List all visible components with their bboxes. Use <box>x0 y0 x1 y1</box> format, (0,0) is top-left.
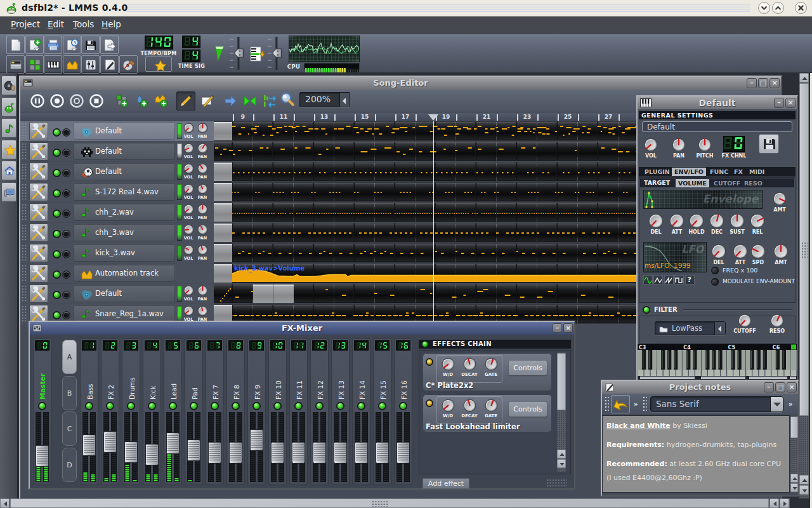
inst-pan-knob[interactable] <box>672 138 686 152</box>
inst-close-button[interactable]: × <box>785 98 796 108</box>
mixer-channel-2[interactable]: FX 2 <box>101 338 119 485</box>
toolbar-handle-2[interactable] <box>643 396 647 413</box>
channel-fader[interactable] <box>376 442 389 464</box>
mixer-channel-15[interactable]: FX 15 <box>373 338 391 485</box>
track-mute-led[interactable] <box>53 127 61 139</box>
sidebar-my-projects-button[interactable] <box>1 97 16 117</box>
notes-text-area[interactable]: Black and White by SkiessiRequirements: … <box>602 415 790 493</box>
filter-combo-arrow[interactable] <box>714 322 725 335</box>
env-del-knob[interactable] <box>648 213 664 229</box>
mixer-bank-a[interactable]: A <box>62 340 77 374</box>
inst-vol-knob[interactable] <box>644 138 658 152</box>
track-actions-button[interactable] <box>29 264 48 283</box>
lfo-shape-saw-button[interactable] <box>664 275 674 284</box>
effect-controls-button[interactable]: Controls <box>509 361 547 375</box>
track-actions-button[interactable] <box>29 122 48 140</box>
track-actions-button[interactable] <box>29 244 48 262</box>
jump-playhead-button[interactable] <box>221 91 240 110</box>
song-editor-titlebar[interactable]: Song-Editor – □ × <box>20 77 781 90</box>
track-mute-led[interactable] <box>53 147 61 159</box>
fx-mixer-titlebar[interactable]: FX-Mixer – × <box>30 322 574 335</box>
track-io-button[interactable] <box>260 91 279 110</box>
fx-scroll-thumb[interactable] <box>557 353 566 410</box>
effect-enable-led[interactable] <box>426 358 433 366</box>
track-name-box[interactable]: Snare_Reg_1a.wav <box>74 305 175 323</box>
tab-env-lfo[interactable]: ENV/LFO <box>672 168 706 176</box>
lfo-att-knob[interactable] <box>733 244 748 259</box>
env-dec-knob[interactable] <box>709 213 724 229</box>
whatsthis-button[interactable] <box>145 57 172 72</box>
channel-fader[interactable] <box>82 434 96 456</box>
menu-tools[interactable]: Tools <box>73 19 94 29</box>
hscroll-thumb[interactable] <box>10 498 769 508</box>
toolbar-overflow-1[interactable]: » <box>634 401 638 408</box>
env-rel-knob[interactable] <box>750 213 765 229</box>
track-grip[interactable] <box>22 224 27 241</box>
add-sample-track-button[interactable] <box>133 91 152 110</box>
effect-slot[interactable]: W/DDECAYGATEControlsC* Plate2x2 <box>422 353 552 391</box>
timesig-denominator[interactable] <box>182 50 200 62</box>
track-actions-button[interactable] <box>29 203 48 222</box>
mixer-channel-3[interactable]: Drums <box>122 338 140 485</box>
song-editor-toggle-button[interactable] <box>6 55 25 74</box>
track-solo-knob[interactable] <box>62 147 70 159</box>
lfo-shape-custom-button[interactable]: ? <box>685 275 695 284</box>
channel-led[interactable] <box>38 402 46 410</box>
instrument-titlebar[interactable]: Default – × <box>638 97 797 109</box>
fx-chnl-display[interactable] <box>723 136 745 152</box>
effect-slot[interactable]: W/DDECAYGATEControlsFast Lookahead limit… <box>422 394 552 432</box>
mixer-channel-4[interactable]: Kick <box>143 338 161 485</box>
track-grip[interactable] <box>22 163 27 180</box>
controller-rack-toggle-button[interactable] <box>119 55 138 74</box>
lfo-shape-triangle-button[interactable] <box>653 275 663 284</box>
edit-mode-button[interactable] <box>198 91 217 110</box>
mixer-bank-c[interactable]: C <box>62 411 77 446</box>
tab-plugin[interactable]: PLUGIN <box>642 168 672 176</box>
channel-led[interactable] <box>315 402 324 410</box>
lfo-shape-square-button[interactable] <box>674 275 684 284</box>
notes-scroll-up[interactable] <box>790 474 798 483</box>
workspace-hscrollbar[interactable] <box>0 498 812 508</box>
track-solo-knob[interactable] <box>62 188 70 200</box>
bb-editor-toggle-button[interactable] <box>25 55 44 74</box>
track-solo-knob[interactable] <box>62 127 70 139</box>
track-mute-led[interactable] <box>53 249 61 261</box>
record-button[interactable] <box>48 91 67 110</box>
track-mute-led[interactable] <box>53 168 61 180</box>
toolbar-overflow-2[interactable]: » <box>789 401 792 408</box>
channel-fader[interactable] <box>250 429 263 451</box>
track-grip[interactable] <box>22 305 27 323</box>
channel-fader[interactable] <box>103 431 117 453</box>
mx-minimize-button[interactable]: – <box>553 323 562 333</box>
menu-project[interactable]: Project <box>11 19 40 29</box>
se-close-button[interactable]: × <box>769 78 780 88</box>
master-volume-slider[interactable] <box>230 36 246 70</box>
mixer-bank-b[interactable]: B <box>62 376 77 410</box>
filter-cutoff-knob[interactable] <box>738 314 752 328</box>
minimize-button[interactable] <box>758 2 770 14</box>
toolbar-handle[interactable] <box>605 396 609 413</box>
mixer-channel-8[interactable]: FX 8 <box>226 338 245 485</box>
track-name-box[interactable]: kick_3.wav <box>74 244 175 262</box>
mixer-channel-6[interactable]: Pad <box>185 338 203 485</box>
track-name-box[interactable]: Automation track <box>74 265 175 282</box>
hscroll-left2-button[interactable] <box>769 498 779 508</box>
add-automation-track-button[interactable] <box>152 91 171 110</box>
hscroll-right-button[interactable] <box>780 498 789 508</box>
env-amt-knob[interactable] <box>773 192 787 206</box>
workspace-vscrollbar[interactable] <box>799 73 809 498</box>
track-solo-knob[interactable] <box>62 208 70 220</box>
track-solo-knob[interactable] <box>62 249 70 261</box>
channel-led[interactable] <box>232 402 240 410</box>
channel-fader[interactable] <box>229 442 242 464</box>
piano-roll-toggle-button[interactable] <box>44 55 62 74</box>
target-reso[interactable]: RESO <box>742 179 765 187</box>
notes-scroll-down[interactable] <box>790 483 798 492</box>
channel-led[interactable] <box>273 402 282 410</box>
track-mute-led[interactable] <box>53 229 61 241</box>
mx-close-button[interactable]: × <box>563 323 573 333</box>
close-button[interactable] <box>795 2 807 14</box>
vscroll-thumb[interactable] <box>799 83 809 416</box>
effect-knob-gate[interactable] <box>485 399 498 412</box>
channel-fader[interactable] <box>292 442 305 464</box>
